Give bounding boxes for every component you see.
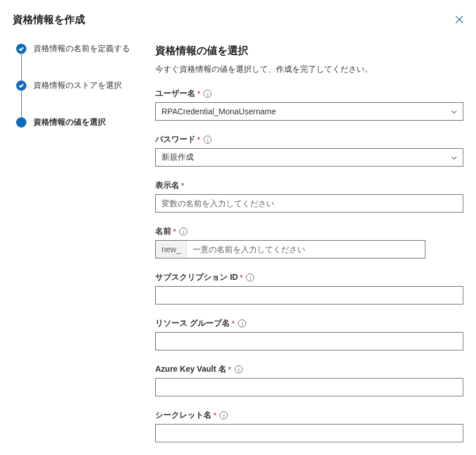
secret-name-input[interactable]: [162, 429, 457, 438]
step-connector: [21, 91, 22, 117]
username-label: ユーザー名: [155, 88, 195, 99]
page-title: 資格情報を作成: [13, 13, 85, 26]
key-vault-input[interactable]: [162, 383, 457, 392]
resource-group-label: リソース グループ名: [155, 318, 230, 329]
required-indicator: *: [213, 411, 216, 420]
section-subtitle: 今すぐ資格情報の値を選択して、作成を完了してください。: [155, 64, 463, 75]
chevron-down-icon: [451, 153, 457, 161]
step-define-name[interactable]: 資格情報の名前を定義する: [16, 44, 155, 54]
info-icon[interactable]: i: [246, 273, 254, 282]
key-vault-input-wrap: [155, 378, 463, 396]
check-icon: [16, 80, 26, 91]
secret-name-input-wrap: [155, 424, 463, 442]
password-value: 新規作成: [162, 152, 194, 163]
resource-group-input[interactable]: [162, 337, 457, 346]
step-select-store[interactable]: 資格情報のストアを選択: [16, 80, 155, 91]
key-vault-label: Azure Key Vault 名: [155, 364, 227, 375]
step-label: 資格情報のストアを選択: [33, 80, 122, 91]
step-select-values[interactable]: 資格情報の値を選択: [16, 117, 155, 128]
info-icon[interactable]: i: [235, 365, 243, 373]
step-label: 資格情報の名前を定義する: [33, 44, 130, 54]
required-indicator: *: [197, 135, 200, 144]
current-step-icon: [16, 117, 26, 128]
close-icon: [455, 16, 463, 24]
stepper: 資格情報の名前を定義する 資格情報のストアを選択 資格情報の値を選択: [13, 44, 155, 455]
required-indicator: *: [240, 273, 243, 282]
resource-group-input-wrap: [155, 332, 463, 350]
display-name-input-wrap: [155, 194, 463, 213]
close-button[interactable]: [453, 13, 466, 28]
info-icon[interactable]: i: [179, 228, 187, 236]
chevron-down-icon: [451, 107, 457, 115]
name-prefix: new_: [156, 241, 187, 258]
step-connector: [21, 54, 22, 80]
required-indicator: *: [181, 181, 184, 190]
info-icon[interactable]: i: [204, 90, 212, 98]
required-indicator: *: [232, 319, 235, 328]
subscription-id-input[interactable]: [162, 291, 457, 300]
info-icon[interactable]: i: [238, 319, 246, 327]
secret-name-label: シークレット名: [155, 410, 212, 421]
required-indicator: *: [197, 89, 200, 98]
subscription-id-input-wrap: [155, 286, 463, 304]
display-name-label: 表示名: [155, 180, 179, 191]
subscription-id-label: サブスクリプション ID: [155, 272, 238, 283]
required-indicator: *: [173, 227, 176, 236]
username-value: RPACredential_MonaUsername: [162, 107, 276, 116]
name-input-wrap: new_: [155, 240, 425, 259]
info-icon[interactable]: i: [220, 411, 228, 419]
step-label: 資格情報の値を選択: [33, 117, 106, 128]
section-heading: 資格情報の値を選択: [155, 44, 463, 57]
check-icon: [16, 44, 26, 54]
name-input[interactable]: [187, 241, 425, 258]
password-select[interactable]: 新規作成: [155, 148, 463, 167]
required-indicator: *: [228, 365, 231, 374]
password-label: パスワード: [155, 134, 195, 145]
username-select[interactable]: RPACredential_MonaUsername: [155, 102, 463, 121]
name-label: 名前: [155, 226, 171, 237]
info-icon[interactable]: i: [204, 136, 212, 144]
display-name-input[interactable]: [162, 199, 457, 208]
